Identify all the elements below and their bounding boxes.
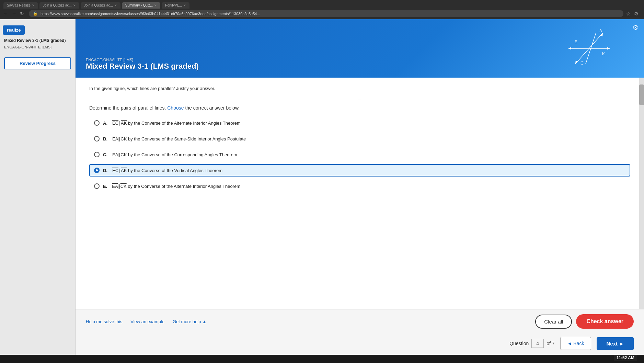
view-example-link[interactable]: View an example bbox=[130, 319, 164, 324]
content-area: ENGAGE-ON-WHITE [LMS] Mixed Review 3-1 (… bbox=[76, 19, 644, 355]
scrollbar-thumb[interactable] bbox=[639, 84, 644, 105]
current-question-box: 4 bbox=[531, 339, 544, 348]
option-E[interactable]: E. EA∥CK by the Converse of the Alternat… bbox=[89, 180, 630, 192]
header-title: Mixed Review 3-1 (LMS graded) bbox=[86, 62, 199, 71]
address-bar[interactable]: 🔒 https://www.savvasrealize.com/assignme… bbox=[29, 10, 623, 17]
radio-D[interactable] bbox=[94, 168, 100, 173]
assignment-label: ENGAGE-ON-WHITE [LMS] bbox=[0, 44, 75, 50]
settings-icon[interactable]: ⚙ bbox=[634, 11, 639, 16]
review-progress-button[interactable]: Review Progress bbox=[4, 57, 71, 69]
choose-word: Choose bbox=[167, 105, 184, 111]
main-wrapper: realize Mixed Review 3-1 (LMS graded) EN… bbox=[0, 19, 644, 355]
bottom-bar: Help me solve this View an example Get m… bbox=[76, 309, 644, 333]
star-icon[interactable]: ☆ bbox=[626, 11, 631, 16]
header-settings-icon[interactable]: ⚙ bbox=[632, 23, 639, 32]
question-instruction: In the given figure, which lines are par… bbox=[89, 86, 630, 91]
question-body: In the given figure, which lines are par… bbox=[76, 78, 644, 309]
content-header: ENGAGE-ON-WHITE [LMS] Mixed Review 3-1 (… bbox=[76, 19, 644, 78]
back-nav-icon[interactable]: ← bbox=[3, 11, 8, 16]
close-tab-icon[interactable]: ✕ bbox=[73, 4, 76, 7]
tab-quizizz2[interactable]: Join a Quizizz ac... ✕ bbox=[81, 2, 120, 9]
bottom-left-links: Help me solve this View an example Get m… bbox=[86, 319, 207, 324]
more-help-link[interactable]: Get more help ▲ bbox=[173, 319, 207, 324]
close-tab-icon[interactable]: ✕ bbox=[32, 4, 35, 7]
question-label: Question bbox=[509, 341, 529, 346]
assignment-title: Mixed Review 3-1 (LMS graded) bbox=[0, 37, 75, 44]
realize-logo: realize bbox=[3, 25, 25, 35]
tab-fortify[interactable]: FortifyPL... ✕ bbox=[162, 2, 189, 9]
close-tab-icon[interactable]: ✕ bbox=[183, 4, 186, 7]
question-indicator: Question 4 of 7 bbox=[509, 339, 554, 348]
browser-nav-icons: ← → ↻ bbox=[3, 11, 24, 16]
close-tab-icon[interactable]: ✕ bbox=[154, 4, 157, 7]
svg-marker-4 bbox=[600, 33, 603, 36]
lock-icon: 🔒 bbox=[33, 11, 38, 16]
radio-C[interactable] bbox=[94, 152, 100, 157]
option-C[interactable]: C. EA∥CK by the Converse of the Correspo… bbox=[89, 148, 630, 161]
browser-chrome: Savvas Realize ✕ Join a Quizizz ac... ✕ … bbox=[0, 0, 644, 19]
svg-text:E: E bbox=[575, 39, 577, 44]
radio-E[interactable] bbox=[94, 183, 100, 189]
geometry-figure: C A E K bbox=[562, 26, 617, 67]
time-display: 11:52 AM bbox=[614, 355, 637, 361]
tab-summary-active[interactable]: Summary - Quiz... ✕ bbox=[122, 2, 161, 9]
option-A[interactable]: A. EC∥AK by the Converse of the Alternat… bbox=[89, 117, 630, 129]
radio-B[interactable] bbox=[94, 136, 100, 141]
of-label: of 7 bbox=[547, 341, 554, 346]
clear-all-button[interactable]: Clear all bbox=[535, 315, 572, 329]
divider-dots: ... bbox=[89, 94, 630, 101]
check-answer-button[interactable]: Check answer bbox=[576, 314, 634, 329]
refresh-icon[interactable]: ↻ bbox=[20, 11, 24, 16]
forward-nav-icon[interactable]: → bbox=[12, 11, 16, 16]
svg-marker-2 bbox=[568, 47, 571, 50]
svg-marker-1 bbox=[607, 47, 610, 50]
svg-text:K: K bbox=[602, 52, 605, 56]
tab-quizizz1[interactable]: Join a Quizizz ac... ✕ bbox=[39, 2, 79, 9]
answer-options: A. EC∥AK by the Converse of the Alternat… bbox=[89, 117, 630, 192]
svg-text:A: A bbox=[599, 29, 602, 33]
radio-A[interactable] bbox=[94, 120, 100, 126]
option-B[interactable]: B. EA∥CK by the Converse of the Same-Sid… bbox=[89, 133, 630, 145]
browser-tabs: Savvas Realize ✕ Join a Quizizz ac... ✕ … bbox=[3, 2, 641, 9]
svg-marker-5 bbox=[575, 60, 578, 64]
tab-savvas[interactable]: Savvas Realize ✕ bbox=[3, 2, 38, 9]
header-subtitle: ENGAGE-ON-WHITE [LMS] bbox=[86, 58, 199, 62]
question-prompt: Determine the pairs of parallel lines. C… bbox=[89, 105, 630, 111]
help-solve-link[interactable]: Help me solve this bbox=[86, 319, 122, 324]
left-sidebar: realize Mixed Review 3-1 (LMS graded) EN… bbox=[0, 19, 76, 355]
next-button[interactable]: Next ► bbox=[597, 337, 634, 350]
scrollbar-track[interactable] bbox=[639, 78, 644, 309]
footer-nav: Question 4 of 7 ◄ Back Next ► bbox=[76, 333, 644, 355]
option-D[interactable]: D. EC∥AK by the Converse of the Vertical… bbox=[89, 164, 630, 177]
svg-text:C: C bbox=[580, 61, 584, 66]
back-button[interactable]: ◄ Back bbox=[560, 337, 591, 350]
close-tab-icon[interactable]: ✕ bbox=[114, 4, 117, 7]
bottom-right-actions: Clear all Check answer bbox=[535, 314, 634, 329]
browser-action-icons: ☆ ⚙ bbox=[626, 11, 639, 16]
